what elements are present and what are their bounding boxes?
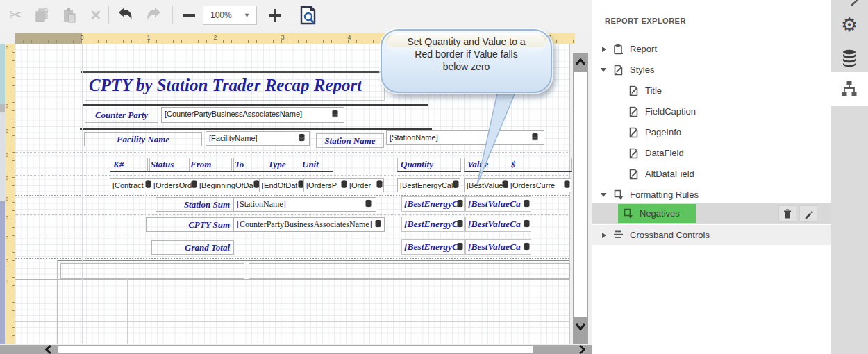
- tree-item-style-pageinfo[interactable]: PageInfo: [592, 125, 831, 140]
- detail-field[interactable]: [BeginningOfDa: [197, 178, 261, 192]
- collapse-arrow-icon[interactable]: [601, 193, 606, 197]
- column-header[interactable]: Status: [147, 158, 190, 172]
- column-header[interactable]: Quantity: [397, 158, 461, 172]
- detail-field[interactable]: [Contract: [110, 178, 153, 192]
- report-title: CPTY by Station Trader Recap Report: [89, 76, 362, 95]
- delete-rule-button[interactable]: [778, 205, 796, 222]
- zoom-select[interactable]: 100% ▼: [203, 6, 257, 25]
- sum-value-field[interactable]: [BestValueCa: [465, 196, 531, 212]
- undo-button[interactable]: [115, 4, 137, 26]
- field-list-tab[interactable]: [831, 43, 868, 74]
- tree-item-formatting-rules[interactable]: Formatting Rules: [592, 187, 831, 203]
- line-control[interactable]: [83, 104, 428, 106]
- column-header[interactable]: To: [231, 158, 267, 172]
- pencil-icon: [804, 210, 813, 219]
- sum-energy-field[interactable]: [BestEnergyC: [401, 196, 465, 212]
- collapse-arrow-icon[interactable]: [601, 68, 606, 72]
- zoom-in-button[interactable]: [264, 4, 286, 26]
- callout-text-line3: below zero: [382, 60, 551, 73]
- station-caption[interactable]: Station Name: [316, 133, 384, 148]
- vertical-scroll-thumb[interactable]: [574, 72, 587, 317]
- ruler-zero: 0: [6, 258, 8, 263]
- report-title-control[interactable]: CPTY by Station Trader Recap Report: [85, 74, 385, 101]
- counter-party-field[interactable]: [CounterPartyBusinessAssociatesName]: [161, 107, 344, 123]
- tree-item-style-altdatafield[interactable]: AltDataField: [592, 167, 831, 182]
- tree-item-label: DataField: [645, 146, 684, 161]
- redo-icon: [144, 7, 162, 24]
- data-binding-icon: [524, 241, 530, 254]
- line-control[interactable]: [80, 128, 432, 130]
- cpty-sum-field[interactable]: [CounterPartyBusinessAssociatesName]: [233, 217, 385, 232]
- tree-item-style-fieldcaption[interactable]: FieldCaption: [592, 104, 831, 119]
- zoom-value: 100%: [203, 10, 244, 20]
- column-header[interactable]: From: [187, 158, 234, 172]
- zoom-out-button[interactable]: [178, 4, 200, 26]
- detail-field[interactable]: [Order: [347, 178, 384, 192]
- tree-item-crossband-controls[interactable]: Crossband Controls: [592, 228, 831, 243]
- report-explorer-tab[interactable]: [831, 74, 868, 104]
- horizontal-scrollbar[interactable]: [0, 345, 592, 354]
- vertical-scrollbar[interactable]: [573, 53, 588, 344]
- column-header[interactable]: Type: [265, 158, 301, 172]
- style-icon: [628, 148, 639, 159]
- field-text: [BestEnergyC: [404, 219, 458, 229]
- tree-item-label: Negatives: [640, 206, 680, 221]
- sum-value-field[interactable]: [BestValueCa: [465, 239, 531, 255]
- cpty-sum-caption[interactable]: CPTY Sum: [146, 217, 234, 232]
- callout-tail: [458, 82, 549, 187]
- cut-button[interactable]: ✂: [4, 4, 26, 26]
- expand-arrow-icon[interactable]: [602, 233, 606, 238]
- callout-balloon: Set Quantity and Value to a Red border i…: [381, 29, 552, 93]
- sum-energy-field[interactable]: [BestEnergyC: [401, 239, 465, 255]
- properties-tab[interactable]: ⚙: [831, 10, 868, 40]
- facility-field[interactable]: [FacilityName]: [206, 131, 310, 146]
- style-icon: [628, 106, 639, 117]
- copy-button[interactable]: [31, 4, 53, 26]
- style-icon: [628, 127, 639, 138]
- detail-field[interactable]: [OrdersOrd: [151, 178, 199, 192]
- sum-value-field[interactable]: [BestValueCa: [465, 217, 531, 232]
- column-header[interactable]: Unit: [299, 158, 333, 172]
- redo-button[interactable]: [142, 4, 164, 26]
- detail-field[interactable]: [EndOfDat: [259, 178, 306, 192]
- minus-icon: [183, 14, 195, 17]
- footer-placeholder-box[interactable]: [60, 263, 244, 279]
- detail-field[interactable]: [BestEnergyCalc: [397, 178, 460, 192]
- column-header[interactable]: K#: [110, 158, 150, 172]
- edit-pencil-partial-icon: [850, 0, 862, 6]
- expand-arrow-icon[interactable]: [602, 47, 606, 52]
- tree-item-styles[interactable]: Styles: [592, 62, 831, 78]
- tree-item-style-datafield[interactable]: DataField: [592, 146, 831, 161]
- tree-item-label: Title: [645, 83, 662, 99]
- tree-structure-icon: [840, 81, 858, 97]
- field-text: [StationName]: [237, 199, 286, 209]
- preview-button[interactable]: [297, 4, 319, 26]
- dock-strip: ⚙: [831, 0, 868, 354]
- edit-rule-button[interactable]: [799, 205, 817, 222]
- sum-energy-field[interactable]: [BestEnergyC: [401, 217, 465, 232]
- tree-item-report[interactable]: Report: [592, 42, 831, 57]
- footer-placeholder-box[interactable]: [249, 263, 570, 279]
- report-designer: ✂ ✕ 100% ▼: [0, 0, 868, 354]
- delete-button[interactable]: ✕: [85, 4, 107, 26]
- horizontal-scroll-thumb[interactable]: [58, 346, 533, 353]
- facility-caption[interactable]: Facility Name: [84, 132, 202, 146]
- line-control[interactable]: [81, 71, 417, 73]
- tree-item-style-title[interactable]: Title: [592, 83, 831, 99]
- grand-total-caption[interactable]: Grand Total: [151, 240, 234, 255]
- origin-gridline: [82, 44, 83, 344]
- ruler-zero: 0: [6, 45, 8, 50]
- paste-button[interactable]: [58, 4, 81, 26]
- scroll-right-icon[interactable]: [576, 345, 587, 354]
- scroll-up-icon[interactable]: [574, 57, 587, 67]
- station-sum-field[interactable]: [StationName]: [233, 197, 376, 212]
- station-sum-caption[interactable]: Station Sum: [156, 197, 234, 212]
- detail-field[interactable]: [OrdersP: [303, 178, 349, 192]
- scroll-down-icon[interactable]: [574, 322, 587, 332]
- band-separator: [15, 279, 569, 280]
- toolbar-separator: [108, 6, 109, 24]
- scroll-left-icon[interactable]: [43, 345, 54, 354]
- counter-party-caption[interactable]: Counter Party: [85, 108, 158, 123]
- field-text: [EndOfDat: [262, 181, 297, 189]
- band-separator: [15, 235, 569, 235]
